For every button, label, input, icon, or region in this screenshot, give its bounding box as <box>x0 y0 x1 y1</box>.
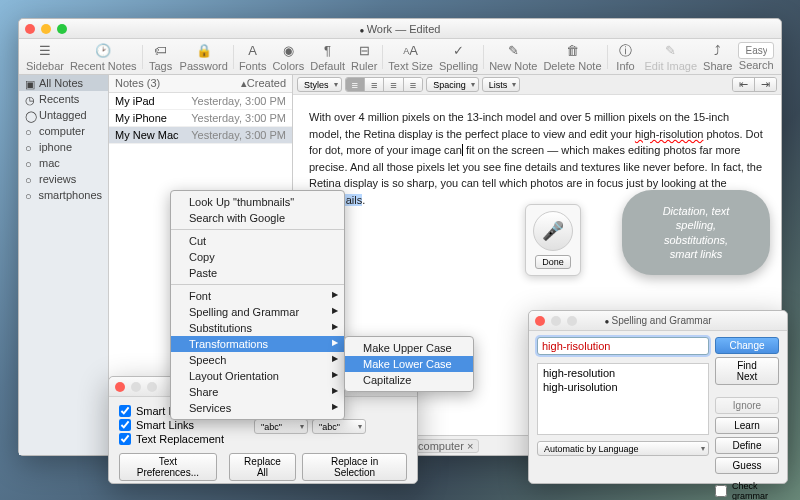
chk-grammar[interactable]: Check grammar <box>715 481 779 500</box>
tb-ruler[interactable]: ⊟Ruler <box>348 42 380 72</box>
context-menu: Look Up "thumbnails"Search with GoogleCu… <box>170 190 345 420</box>
btn-findnext[interactable]: Find Next <box>715 357 779 385</box>
note-row[interactable]: My iPhoneYesterday, 3:00 PM <box>109 110 292 127</box>
quote-style-1[interactable]: "abc" <box>254 419 308 434</box>
sidebar-item[interactable]: ○smartphones <box>19 187 108 203</box>
tag-icon: ○ <box>25 174 35 184</box>
sidebar: ▣All Notes◷Recents◯Untagged○computer○iph… <box>19 75 109 455</box>
tb-tags[interactable]: 🏷Tags <box>145 42 177 72</box>
suggestions-list[interactable]: high-resolutionhigh-urisolution <box>537 363 709 435</box>
chk-text-replacement[interactable]: Text Replacement <box>119 433 224 445</box>
tb-search: Search <box>735 42 777 71</box>
sidebar-item[interactable]: ▣All Notes <box>19 75 108 91</box>
folder-icon: ▣ <box>25 78 35 88</box>
window-title: Work — Edited <box>19 23 781 35</box>
sidebar-item[interactable]: ◷Recents <box>19 91 108 107</box>
menu-item[interactable]: Copy <box>171 249 344 265</box>
btn-learn[interactable]: Learn <box>715 417 779 434</box>
zoom-icon[interactable] <box>57 24 67 34</box>
folder-icon: ◯ <box>25 110 35 120</box>
tb-textsize[interactable]: AAText Size <box>385 42 436 72</box>
toolbar: ☰Sidebar 🕑Recent Notes 🏷Tags 🔒Password A… <box>19 39 781 75</box>
close-icon[interactable] <box>535 316 545 326</box>
suggestion-item[interactable]: high-resolution <box>540 366 706 380</box>
feature-callout: Dictation, text spelling, sobstitutions,… <box>622 190 770 275</box>
menu-item[interactable]: Paste <box>171 265 344 281</box>
menu-item[interactable]: Share <box>171 384 344 400</box>
tag-icon: ○ <box>25 126 35 136</box>
close-icon[interactable] <box>25 24 35 34</box>
tb-password[interactable]: 🔒Password <box>177 42 231 72</box>
styles-dropdown[interactable]: Styles <box>297 77 342 92</box>
tb-default[interactable]: ¶Default <box>307 42 348 72</box>
note-row[interactable]: My iPadYesterday, 3:00 PM <box>109 93 292 110</box>
sidebar-item[interactable]: ○computer <box>19 123 108 139</box>
dictation-done-button[interactable]: Done <box>535 255 571 269</box>
quote-style-2[interactable]: "abc" <box>312 419 366 434</box>
tb-info[interactable]: ⓘInfo <box>610 42 642 72</box>
tb-recent[interactable]: 🕑Recent Notes <box>67 42 140 72</box>
titlebar: Work — Edited <box>19 19 781 39</box>
menu-item[interactable]: Look Up "thumbnails" <box>171 194 344 210</box>
tb-sidebar[interactable]: ☰Sidebar <box>23 42 67 72</box>
tb-colors[interactable]: ◉Colors <box>269 42 307 72</box>
align-seg[interactable]: ≡≡≡≡ <box>345 77 424 92</box>
lists-dropdown[interactable]: Lists <box>482 77 521 92</box>
btn-change[interactable]: Change <box>715 337 779 354</box>
btn-text-prefs[interactable]: Text Preferences... <box>119 453 217 481</box>
btn-define[interactable]: Define <box>715 437 779 454</box>
tb-spelling[interactable]: ✓Spelling <box>436 42 481 72</box>
btn-replace-selection[interactable]: Replace in Selection <box>302 453 407 481</box>
chk-smart-links[interactable]: Smart Links <box>119 419 224 431</box>
menu-item[interactable]: Search with Google <box>171 210 344 226</box>
tb-delete[interactable]: 🗑Delete Note <box>540 42 604 72</box>
sidebar-item[interactable]: ○iphone <box>19 139 108 155</box>
tag-icon: ○ <box>25 142 35 152</box>
misspell[interactable]: high-risolution <box>635 128 703 140</box>
tag-icon: ○ <box>25 158 35 168</box>
menu-item[interactable]: Cut <box>171 233 344 249</box>
menu-item[interactable]: Services <box>171 400 344 416</box>
close-icon[interactable] <box>115 382 125 392</box>
tb-editimg[interactable]: ✎Edit Image <box>642 42 701 72</box>
microphone-icon: 🎤 <box>533 211 573 251</box>
menu-item[interactable]: Capitalize <box>345 372 473 388</box>
tb-fonts[interactable]: AFonts <box>236 42 270 72</box>
menu-item[interactable]: Spelling and Grammar <box>171 304 344 320</box>
menu-item[interactable]: Substitutions <box>171 320 344 336</box>
tb-new[interactable]: ✎New Note <box>486 42 540 72</box>
tag-chip[interactable]: computer × <box>412 439 479 453</box>
col-notes[interactable]: Notes (3) <box>115 77 241 90</box>
sidebar-item[interactable]: ○reviews <box>19 171 108 187</box>
dictation-popover: 🎤 Done <box>525 204 581 276</box>
spell-word-input[interactable] <box>537 337 709 355</box>
menu-item[interactable]: Layout Orientation <box>171 368 344 384</box>
tag-icon: ○ <box>25 190 34 200</box>
suggestion-item[interactable]: high-urisolution <box>540 380 706 394</box>
menu-item[interactable]: Make Upper Case <box>345 340 473 356</box>
menu-item[interactable]: Font <box>171 288 344 304</box>
btn-ignore[interactable]: Ignore <box>715 397 779 414</box>
spacing-dropdown[interactable]: Spacing <box>426 77 479 92</box>
note-row[interactable]: My New MacYesterday, 3:00 PM <box>109 127 292 144</box>
folder-icon: ◷ <box>25 94 35 104</box>
minimize-icon[interactable] <box>41 24 51 34</box>
menu-item[interactable]: Make Lower Case <box>345 356 473 372</box>
indent-seg[interactable]: ⇤⇥ <box>732 77 777 92</box>
editor-toolbar: Styles ≡≡≡≡ Spacing Lists ⇤⇥ <box>293 75 781 95</box>
col-created[interactable]: Created <box>247 77 286 90</box>
submenu: Make Upper CaseMake Lower CaseCapitalize <box>344 336 474 392</box>
sidebar-item[interactable]: ○mac <box>19 155 108 171</box>
menu-item[interactable]: TransformationsMake Upper CaseMake Lower… <box>171 336 344 352</box>
btn-replace-all[interactable]: Replace All <box>229 453 296 481</box>
btn-guess[interactable]: Guess <box>715 457 779 474</box>
sidebar-item[interactable]: ◯Untagged <box>19 107 108 123</box>
menu-item[interactable]: Speech <box>171 352 344 368</box>
lang-dropdown[interactable]: Automatic by Language <box>537 441 709 456</box>
spelling-window: Spelling and Grammar high-resolutionhigh… <box>528 310 788 484</box>
tb-share[interactable]: ⤴Share <box>700 42 735 72</box>
search-input[interactable] <box>738 42 774 59</box>
